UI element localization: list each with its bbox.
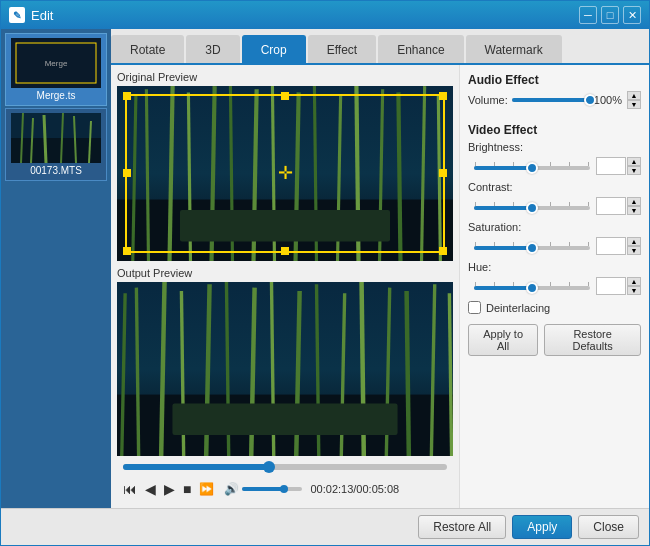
hue-control: 0 ▲ ▼ — [468, 277, 641, 295]
stop-button[interactable]: ■ — [181, 479, 193, 499]
close-button[interactable]: ✕ — [623, 6, 641, 24]
minimize-button[interactable]: ─ — [579, 6, 597, 24]
crop-handle-mr[interactable] — [439, 169, 447, 177]
tab-rotate[interactable]: Rotate — [111, 35, 184, 63]
step-forward-button[interactable]: ⏩ — [197, 480, 216, 498]
close-dialog-button[interactable]: Close — [578, 515, 639, 539]
play-button[interactable]: ▶ — [162, 479, 177, 499]
volume-down[interactable]: ▼ — [627, 100, 641, 109]
hue-fill — [474, 286, 532, 290]
file-item-merge[interactable]: Merge Merge.ts — [5, 33, 107, 106]
crop-overlay: ✛ — [125, 94, 445, 253]
hue-thumb[interactable] — [526, 282, 538, 294]
original-preview-label: Original Preview — [117, 71, 453, 83]
brightness-slider-container — [474, 159, 590, 173]
output-video-frame — [117, 282, 453, 457]
video-effect-section: Video Effect Brightness: — [468, 123, 641, 314]
tab-watermark[interactable]: Watermark — [466, 35, 562, 63]
hue-up[interactable]: ▲ — [627, 277, 641, 286]
contrast-fill — [474, 206, 532, 210]
saturation-slider[interactable] — [474, 246, 590, 250]
apply-to-all-button[interactable]: Apply to All — [468, 324, 538, 356]
skip-to-start-button[interactable]: ⏮ — [121, 479, 139, 499]
file-list: Merge Merge.ts — [1, 29, 111, 508]
contrast-input[interactable]: 0 — [596, 197, 626, 215]
file-item-mts[interactable]: 00173.MTS — [5, 108, 107, 181]
seekbar[interactable] — [123, 464, 447, 470]
crop-handle-tc[interactable] — [281, 92, 289, 100]
brightness-control: 0 ▲ ▼ — [468, 157, 641, 175]
volume-label: Volume: — [468, 94, 508, 106]
contrast-thumb[interactable] — [526, 202, 538, 214]
panels-area: Original Preview — [111, 65, 649, 508]
volume-up[interactable]: ▲ — [627, 91, 641, 100]
main-content: Rotate 3D Crop Effect Enhance Watermark … — [111, 29, 649, 508]
hue-input[interactable]: 0 — [596, 277, 626, 295]
hue-slider[interactable] — [474, 286, 590, 290]
hue-spin: ▲ ▼ — [627, 277, 641, 295]
seekbar-thumb[interactable] — [263, 461, 275, 473]
contrast-slider[interactable] — [474, 206, 590, 210]
contrast-down[interactable]: ▼ — [627, 206, 641, 215]
seekbar-progress — [123, 464, 269, 470]
brightness-fill — [474, 166, 532, 170]
saturation-down[interactable]: ▼ — [627, 246, 641, 255]
hue-down[interactable]: ▼ — [627, 286, 641, 295]
saturation-control: 0 ▲ ▼ — [468, 237, 641, 255]
step-back-button[interactable]: ◀ — [143, 479, 158, 499]
saturation-thumb[interactable] — [526, 242, 538, 254]
volume-spin: ▲ ▼ — [627, 91, 641, 109]
restore-defaults-button[interactable]: Restore Defaults — [544, 324, 641, 356]
restore-all-button[interactable]: Restore All — [418, 515, 506, 539]
volume-slider-fill — [242, 487, 284, 491]
crop-handle-ml[interactable] — [123, 169, 131, 177]
hue-slider-container — [474, 279, 590, 293]
volume-fill — [512, 98, 590, 102]
volume-right-thumb[interactable] — [584, 94, 596, 106]
file-thumb-mts — [11, 113, 101, 163]
volume-slider-container — [512, 93, 590, 107]
window-title: Edit — [31, 8, 579, 23]
volume-track[interactable] — [512, 98, 590, 102]
maximize-button[interactable]: □ — [601, 6, 619, 24]
output-preview-label: Output Preview — [117, 267, 453, 279]
brightness-slider[interactable] — [474, 166, 590, 170]
saturation-input[interactable]: 0 — [596, 237, 626, 255]
tab-3d[interactable]: 3D — [186, 35, 239, 63]
contrast-control: 0 ▲ ▼ — [468, 197, 641, 215]
tab-effect[interactable]: Effect — [308, 35, 376, 63]
brightness-spin: ▲ ▼ — [627, 157, 641, 175]
content-area: Merge Merge.ts — [1, 29, 649, 545]
deinterlacing-checkbox[interactable] — [468, 301, 481, 314]
volume-slider[interactable] — [242, 487, 302, 491]
saturation-slider-container — [474, 239, 590, 253]
tab-crop[interactable]: Crop — [242, 35, 306, 63]
hue-row: Hue: — [468, 261, 641, 273]
original-video-frame: ✛ — [117, 86, 453, 261]
crop-handle-bl[interactable] — [123, 247, 131, 255]
brightness-input[interactable]: 0 — [596, 157, 626, 175]
crop-handle-br[interactable] — [439, 247, 447, 255]
contrast-up[interactable]: ▲ — [627, 197, 641, 206]
saturation-spin: ▲ ▼ — [627, 237, 641, 255]
brightness-up[interactable]: ▲ — [627, 157, 641, 166]
saturation-label: Saturation: — [468, 221, 528, 233]
brightness-thumb[interactable] — [526, 162, 538, 174]
crop-handle-tr[interactable] — [439, 92, 447, 100]
svg-line-7 — [44, 115, 46, 163]
apply-button[interactable]: Apply — [512, 515, 572, 539]
crop-handle-bc[interactable] — [281, 247, 289, 255]
saturation-up[interactable]: ▲ — [627, 237, 641, 246]
volume-slider-thumb[interactable] — [280, 485, 288, 493]
crop-handle-tl[interactable] — [123, 92, 131, 100]
output-preview-video — [117, 282, 453, 457]
right-panel: Audio Effect Volume: 100% — [459, 65, 649, 508]
top-section: Merge Merge.ts — [1, 29, 649, 508]
svg-line-45 — [407, 291, 409, 456]
tab-enhance[interactable]: Enhance — [378, 35, 463, 63]
saturation-row: Saturation: — [468, 221, 641, 233]
volume-row: Volume: 100% ▲ ▼ — [468, 91, 641, 109]
brightness-row: Brightness: — [468, 141, 641, 153]
brightness-down[interactable]: ▼ — [627, 166, 641, 175]
svg-rect-48 — [172, 403, 397, 435]
